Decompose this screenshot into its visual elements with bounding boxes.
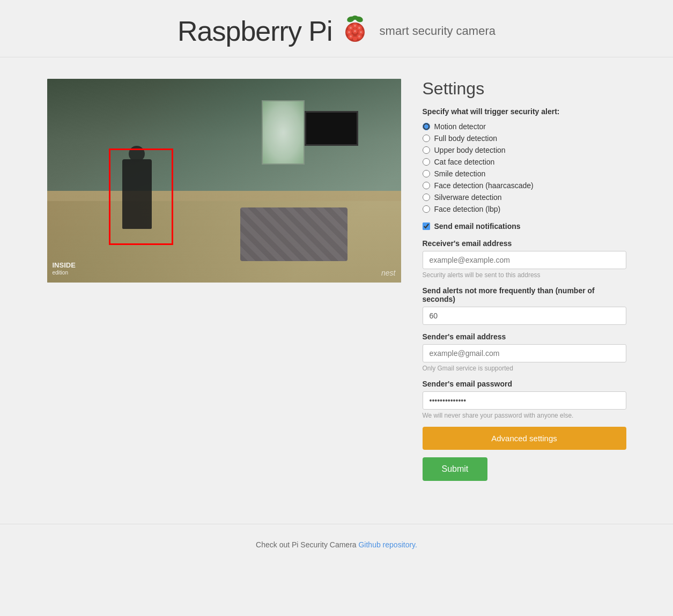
radio-motion-input[interactable]	[423, 123, 430, 130]
sender-email-label: Sender's email address	[423, 332, 626, 341]
submit-button[interactable]: Submit	[423, 457, 488, 481]
raspberry-pi-icon	[339, 15, 371, 47]
header-subtitle: smart security camera	[380, 24, 495, 38]
trigger-label: Specify what will trigger security alert…	[423, 107, 626, 116]
email-notifications-row[interactable]: Send email notifications	[423, 222, 626, 231]
radio-motion-label: Motion detector	[434, 122, 486, 131]
radio-upper-body-label: Upper body detection	[434, 146, 506, 154]
sender-password-group: Sender's email password We will never sh…	[423, 380, 626, 419]
radio-face-lbp-input[interactable]	[423, 205, 430, 213]
sender-password-hint: We will never share your password with a…	[423, 412, 626, 419]
page-header: Raspberry Pi	[0, 0, 673, 57]
radio-full-body[interactable]: Full body detection	[423, 134, 626, 143]
svg-point-18	[360, 31, 362, 33]
receiver-email-input[interactable]	[423, 251, 626, 269]
sender-email-hint: Only Gmail service is supported	[423, 365, 626, 372]
radio-cat-face[interactable]: Cat face detection	[423, 158, 626, 166]
svg-point-14	[354, 25, 356, 27]
radio-full-body-label: Full body detection	[434, 134, 498, 143]
radio-cat-face-input[interactable]	[423, 158, 430, 166]
radio-motion[interactable]: Motion detector	[423, 122, 626, 131]
footer-text: Check out Pi Security Camera	[256, 540, 358, 549]
svg-point-16	[348, 31, 350, 33]
svg-point-19	[350, 35, 352, 38]
svg-point-15	[358, 27, 360, 29]
radio-face-lbp[interactable]: Face detection (lbp)	[423, 205, 626, 213]
page-title: Raspberry Pi	[178, 15, 332, 47]
alert-frequency-input[interactable]	[423, 307, 626, 325]
radio-full-body-input[interactable]	[423, 135, 430, 142]
svg-point-20	[358, 35, 360, 38]
sender-password-input[interactable]	[423, 391, 626, 410]
radio-silverware[interactable]: Silverware detection	[423, 193, 626, 202]
radio-face-haar[interactable]: Face detection (haarcascade)	[423, 181, 626, 190]
radio-smile-label: Smile detection	[434, 169, 486, 178]
detection-box	[109, 149, 173, 245]
svg-point-12	[353, 36, 357, 41]
radio-face-haar-input[interactable]	[423, 182, 430, 189]
svg-point-13	[350, 27, 352, 29]
camera-logo: nest	[381, 269, 395, 277]
radio-cat-face-label: Cat face detection	[434, 158, 495, 166]
radio-face-lbp-label: Face detection (lbp)	[434, 205, 501, 213]
svg-point-17	[354, 30, 356, 32]
main-content: INSIDEedition nest Settings Specify what…	[36, 57, 637, 492]
receiver-email-label: Receiver's email address	[423, 239, 626, 248]
camera-image: INSIDEedition nest	[47, 79, 401, 283]
email-notifications-label: Send email notifications	[434, 222, 521, 231]
radio-silverware-label: Silverware detection	[434, 193, 502, 202]
advanced-settings-button[interactable]: Advanced settings	[423, 427, 626, 450]
settings-panel: Settings Specify what will trigger secur…	[423, 79, 626, 481]
settings-title: Settings	[423, 79, 626, 99]
github-link[interactable]: Github repository.	[358, 540, 417, 549]
radio-smile-input[interactable]	[423, 170, 430, 177]
camera-feed-container: INSIDEedition nest	[47, 79, 401, 283]
radio-smile[interactable]: Smile detection	[423, 169, 626, 178]
radio-upper-body-input[interactable]	[423, 146, 430, 154]
radio-upper-body[interactable]: Upper body detection	[423, 146, 626, 154]
receiver-email-group: Receiver's email address Security alerts…	[423, 239, 626, 279]
receiver-email-hint: Security alerts will be sent to this add…	[423, 271, 626, 279]
page-footer: Check out Pi Security Camera Github repo…	[0, 524, 673, 565]
alert-frequency-label: Send alerts not more frequently than (nu…	[423, 286, 626, 303]
sender-email-group: Sender's email address Only Gmail servic…	[423, 332, 626, 372]
email-notifications-checkbox[interactable]	[423, 222, 430, 230]
detection-radio-group: Motion detector Full body detection Uppe…	[423, 122, 626, 213]
sender-email-input[interactable]	[423, 344, 626, 362]
alert-frequency-group: Send alerts not more frequently than (nu…	[423, 286, 626, 325]
sender-password-label: Sender's email password	[423, 380, 626, 388]
watermark: INSIDEedition	[53, 261, 76, 276]
radio-silverware-input[interactable]	[423, 194, 430, 201]
radio-face-haar-label: Face detection (haarcascade)	[434, 181, 534, 190]
